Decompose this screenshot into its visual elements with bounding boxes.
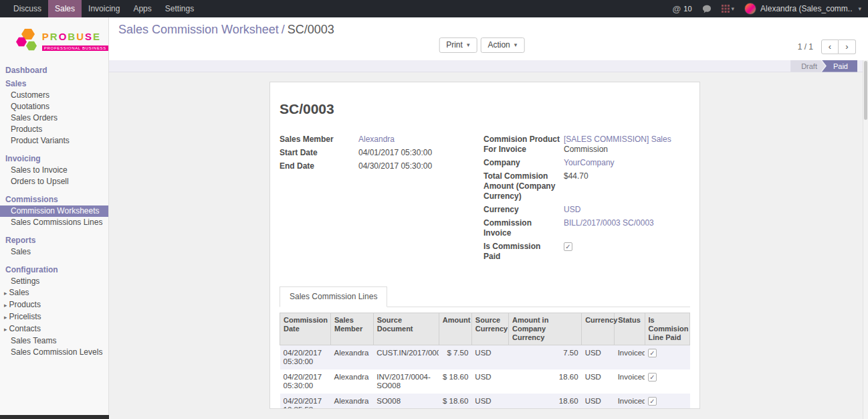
cell-source-currency: USD (471, 345, 508, 370)
col-header-status[interactable]: Status (615, 313, 645, 345)
breadcrumb-parent[interactable]: Sales Commission Worksheet (118, 23, 279, 36)
line-paid-checkbox[interactable]: ✓ (648, 349, 657, 357)
conversations-button[interactable]: @ 10 (673, 4, 692, 14)
sidebar-item-sales-orders[interactable]: Sales Orders (0, 112, 108, 124)
sidebar-item-sales-commission-levels[interactable]: Sales Commission Levels (0, 347, 108, 358)
col-header-currency[interactable]: Currency (582, 313, 615, 345)
field-label-sales-member: Sales Member (280, 135, 358, 145)
sidebar-item-reports-sales[interactable]: Sales (0, 246, 108, 258)
cell-amount: $ 7.50 (439, 345, 471, 370)
pager-next-button[interactable]: › (839, 39, 856, 54)
col-header-commission-date[interactable]: Commission Date (280, 313, 331, 345)
action-button[interactable]: Action ▾ (480, 37, 524, 53)
cell-document: INV/2017/0004-SO008 (373, 369, 439, 394)
col-header-source-document[interactable]: Source Document (373, 313, 439, 345)
pager-previous-button[interactable]: ‹ (821, 39, 839, 54)
sidebar: PROBUSE PROFESSIONAL BUSINESS Dashboard … (0, 17, 109, 419)
field-label-commission-invoice: Commission Invoice (483, 218, 564, 238)
sidebar-item-products[interactable]: Products (0, 124, 108, 135)
menu-discuss[interactable]: Discuss (7, 0, 48, 17)
field-value-commission-product-rest: Commission (564, 145, 690, 155)
probuse-logo[interactable]: PROBUSE PROFESSIONAL BUSINESS (0, 17, 108, 63)
field-label-end-date: End Date (280, 161, 358, 171)
is-commission-paid-checkbox[interactable]: ✓ (564, 242, 572, 251)
tab-sales-commission-lines[interactable]: Sales Commission Lines (280, 286, 387, 307)
vertical-scrollbar[interactable] (863, 60, 868, 419)
menu-apps[interactable]: Apps (126, 0, 158, 17)
sidebar-item-settings[interactable]: Settings (0, 276, 108, 287)
col-header-amount[interactable]: Amount (439, 313, 471, 345)
cell-source-currency: USD (471, 394, 508, 409)
sidebar-item-commission-worksheets[interactable]: Commission Worksheets (0, 205, 108, 217)
print-button[interactable]: Print ▾ (439, 37, 477, 53)
apps-grid-icon[interactable]: ▾ (722, 5, 735, 13)
sidebar-item-config-pricelists[interactable]: ▸Pricelists (0, 311, 108, 323)
breadcrumb-current: SC/0003 (288, 23, 334, 36)
chat-bubble-icon[interactable] (702, 5, 712, 13)
col-header-source-currency[interactable]: Source Currency (471, 313, 508, 345)
line-paid-checkbox[interactable]: ✓ (648, 397, 657, 406)
control-panel-buttons: Print ▾ Action ▾ (439, 37, 524, 53)
sidebar-item-sales-commissions-lines[interactable]: Sales Commissions Lines (0, 217, 108, 228)
sidebar-item-customers[interactable]: Customers (0, 90, 108, 101)
field-value-company[interactable]: YourCompany (564, 158, 615, 167)
sidebar-item-orders-to-upsell[interactable]: Orders to Upsell (0, 176, 108, 187)
logo-brand: PROBUSE (42, 31, 108, 42)
main-area: Sales Commission Worksheet/SC/0003 Print… (109, 17, 868, 419)
table-row[interactable]: 04/20/2017 05:30:00 Alexandra INV/2017/0… (280, 369, 690, 394)
sidebar-section-dashboard[interactable]: Dashboard (0, 64, 108, 76)
check-icon: ✓ (649, 349, 656, 357)
cell-amount-company: 7.50 (509, 345, 582, 370)
table-row[interactable]: 04/20/2017 05:30:00 Alexandra CUST.IN/20… (280, 345, 690, 370)
sidebar-item-product-variants[interactable]: Product Variants (0, 135, 108, 147)
sidebar-item-sales-to-invoice[interactable]: Sales to Invoice (0, 165, 108, 176)
field-value-commission-invoice[interactable]: BILL/2017/0003 SC/0003 (564, 218, 654, 228)
sidebar-item-quotations[interactable]: Quotations (0, 101, 108, 112)
sidebar-item-sales-teams[interactable]: Sales Teams (0, 335, 108, 347)
vertical-scrollbar-thumb[interactable] (864, 61, 867, 120)
menu-settings[interactable]: Settings (158, 0, 201, 17)
logo-tagline: PROFESSIONAL BUSINESS (42, 46, 108, 51)
menu-invoicing[interactable]: Invoicing (82, 0, 126, 17)
sidebar-nav: Dashboard Sales Customers Quotations Sal… (0, 64, 108, 358)
status-step-paid[interactable]: Paid (822, 60, 857, 72)
cell-amount-company: 18.60 (509, 369, 582, 394)
sidebar-item-config-products[interactable]: ▸Products (0, 299, 108, 311)
systray: @ 10 ▾ Alexandra (Sales_comm.. ▾ (673, 0, 868, 17)
menu-sales[interactable]: Sales (48, 0, 82, 17)
user-menu[interactable]: Alexandra (Sales_comm.. ▾ (744, 3, 861, 15)
sidebar-section-commissions[interactable]: Commissions (0, 193, 108, 205)
sidebar-horizontal-scrollbar[interactable] (0, 415, 109, 419)
sidebar-item-label: Sales (9, 288, 29, 297)
field-value-sales-member[interactable]: Alexandra (358, 135, 395, 144)
field-value-total-commission-amount: $44.70 (564, 171, 690, 181)
sidebar-section-invoicing[interactable]: Invoicing (0, 153, 108, 165)
top-navbar: Discuss Sales Invoicing Apps Settings @ … (0, 0, 868, 17)
caret-down-icon: ▾ (467, 41, 470, 48)
cell-member: Alexandra (331, 369, 374, 394)
record-title: SC/0003 (280, 101, 690, 117)
sidebar-item-config-sales[interactable]: ▸Sales (0, 287, 108, 299)
chevron-left-icon: ‹ (829, 41, 831, 52)
caret-down-icon: ▾ (514, 41, 518, 48)
sidebar-section-sales[interactable]: Sales (0, 78, 108, 90)
status-step-draft[interactable]: Draft (790, 60, 825, 72)
line-paid-checkbox[interactable]: ✓ (648, 373, 657, 382)
field-value-currency[interactable]: USD (564, 205, 580, 214)
sidebar-section-reports[interactable]: Reports (0, 234, 108, 246)
field-value-commission-product[interactable]: [SALES COMMISSION] Sales (564, 135, 671, 144)
probuse-logo-icon (16, 27, 37, 55)
sidebar-item-config-contacts[interactable]: ▸Contacts (0, 323, 108, 335)
notebook: Sales Commission Lines Commission Date S… (280, 286, 690, 409)
col-header-amount-company-currency[interactable]: Amount in Company Currency (509, 313, 582, 345)
col-header-sales-member[interactable]: Sales Member (331, 313, 374, 345)
at-sign-icon: @ (673, 4, 681, 14)
col-header-is-commission-line-paid[interactable]: Is Commision Line Paid (645, 313, 689, 345)
caret-down-icon: ▾ (858, 5, 861, 12)
hexagon-icon (26, 41, 37, 51)
cell-status: Invoiced (615, 369, 645, 394)
table-row[interactable]: 04/20/2017 10:35:53 Alexandra SO008 $ 18… (280, 394, 690, 409)
check-icon: ✓ (564, 243, 572, 250)
cell-amount: $ 18.60 (439, 394, 471, 409)
sidebar-section-configuration[interactable]: Configuration (0, 264, 108, 276)
